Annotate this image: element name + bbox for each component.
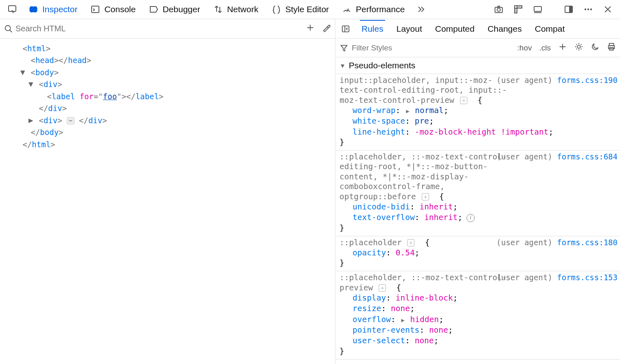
dom-node-div-1-close[interactable]: ▶ </div> — [3, 102, 332, 114]
sidebar-toggle-button[interactable] — [335, 24, 356, 33]
dom-node-label[interactable]: ▶ <label for="foo"></label> — [3, 91, 332, 102]
css-rule[interactable]: (user agent) forms.css:153::placeholder,… — [335, 271, 620, 359]
svg-point-4 — [497, 8, 500, 11]
css-declaration[interactable]: word-wrap: ▶ normal; — [353, 105, 616, 116]
css-declaration[interactable]: resize: none; — [353, 303, 616, 314]
rule-source[interactable]: (user agent) forms.css:153 — [497, 273, 618, 282]
html-search-bar — [0, 19, 335, 39]
css-rule[interactable]: (user agent) forms.css:684::placeholder,… — [335, 150, 620, 236]
close-icon — [603, 4, 613, 14]
svg-rect-9 — [569, 6, 572, 13]
responsive-icon — [533, 4, 543, 14]
css-declaration[interactable]: pointer-events: none; — [353, 325, 616, 336]
search-icon — [4, 24, 13, 33]
print-simulation-button[interactable] — [607, 42, 616, 53]
sidebar-header: Rules Layout Computed Changes Compat — [335, 19, 620, 39]
markup-panel: ▶ <html> ▶ <head></head> ▼ <body> ▼ <div… — [0, 19, 335, 364]
rule-close-brace: } — [340, 258, 616, 268]
meatball-icon — [583, 4, 593, 14]
filter-icon — [340, 44, 348, 52]
dock-icon — [564, 4, 574, 14]
screenshot-button[interactable] — [490, 2, 508, 17]
selector-highlighter-icon[interactable] — [460, 97, 467, 104]
dark-scheme-button[interactable] — [591, 42, 600, 53]
sidebar-tab-changes[interactable]: Changes — [486, 21, 524, 37]
dom-tree[interactable]: ▶ <html> ▶ <head></head> ▼ <body> ▼ <div… — [0, 39, 335, 364]
tab-label: Console — [104, 4, 136, 14]
selector-highlighter-icon[interactable] — [379, 284, 386, 292]
svg-point-10 — [585, 9, 586, 10]
responsive-design-button[interactable] — [529, 2, 547, 17]
dom-node-html-close[interactable]: ▶ </html> — [3, 139, 332, 150]
dom-node-body[interactable]: ▼ <body> — [3, 67, 332, 78]
tab-label: Performance — [356, 4, 405, 14]
add-rule-button[interactable] — [558, 42, 567, 53]
pick-element-button[interactable] — [3, 2, 21, 17]
style-editor-icon — [272, 4, 281, 14]
selector-highlighter-icon[interactable] — [422, 193, 429, 201]
pseudo-elements-header[interactable]: ▼ Pseudo-elements — [335, 57, 620, 74]
tab-inspector[interactable]: Inspector — [23, 2, 83, 17]
rule-source[interactable]: (user agent) forms.css:180 — [497, 238, 618, 247]
sidebar-tab-layout[interactable]: Layout — [395, 21, 424, 37]
selector-highlighter-icon[interactable] — [407, 239, 414, 246]
sidebar-tab-rules[interactable]: Rules — [360, 20, 385, 37]
rule-close-brace: } — [340, 223, 616, 233]
rule-source[interactable]: (user agent) forms.css:190 — [497, 76, 618, 85]
twisty-icon[interactable]: ▼ — [20, 66, 26, 78]
close-devtools-button[interactable] — [599, 2, 617, 17]
dom-node-div-1[interactable]: ▼ <div> — [3, 78, 332, 90]
sidebar-tab-computed[interactable]: Computed — [434, 21, 476, 37]
tab-label: Network — [227, 4, 259, 14]
eyedropper-button[interactable] — [322, 23, 331, 34]
twisty-icon: ▼ — [340, 62, 346, 69]
css-declaration[interactable]: overflow: ▶ hidden; — [353, 314, 616, 325]
dom-node-head[interactable]: ▶ <head></head> — [3, 54, 332, 66]
pick-element-icon — [7, 4, 17, 14]
svg-rect-14 — [342, 26, 349, 32]
rule-source[interactable]: (user agent) forms.css:684 — [497, 152, 618, 161]
css-declaration[interactable]: user-select: none; — [353, 336, 616, 346]
rules-list[interactable]: (user agent) forms.css:190input::placeho… — [335, 74, 620, 364]
eyedropper-icon — [322, 23, 331, 32]
sidebar-toggle-icon — [341, 24, 350, 33]
rulers-button[interactable] — [509, 2, 527, 17]
tab-console[interactable]: Console — [85, 2, 141, 17]
pseudo-hov-button[interactable]: :hov — [517, 44, 532, 52]
html-search-input[interactable] — [15, 24, 302, 33]
ellipsis-badge[interactable]: ⋯ — [67, 117, 74, 124]
info-icon[interactable] — [467, 214, 475, 222]
twisty-icon[interactable]: ▶ — [28, 114, 34, 126]
tab-debugger[interactable]: Debugger — [143, 2, 206, 17]
add-node-button[interactable] — [306, 23, 315, 34]
light-scheme-button[interactable] — [574, 42, 583, 53]
print-icon — [607, 42, 616, 51]
dom-node-div-2[interactable]: ▶ <div> ⋯ </div> — [3, 115, 332, 126]
styles-filter-input[interactable] — [352, 44, 513, 52]
svg-rect-7 — [534, 7, 541, 11]
twisty-icon[interactable]: ▼ — [28, 78, 34, 90]
css-declaration[interactable]: opacity: 0.54; — [353, 248, 616, 258]
css-declaration[interactable]: display: inline-block; — [353, 293, 616, 303]
tab-style-editor[interactable]: Style Editor — [266, 2, 335, 17]
devtools-menu-button[interactable] — [579, 2, 597, 17]
css-declaration[interactable]: white-space: pre; — [353, 116, 616, 126]
css-rule[interactable]: (user agent) forms.css:190input::placeho… — [335, 74, 620, 150]
css-declaration[interactable]: line-height: -moz-block-height !importan… — [353, 127, 616, 137]
css-rule[interactable]: (user agent) forms.css:180::placeholder … — [335, 236, 620, 272]
tab-network[interactable]: Network — [208, 2, 264, 17]
sidebar-tab-compat[interactable]: Compat — [533, 21, 567, 37]
cls-button[interactable]: .cls — [539, 44, 551, 52]
css-declaration[interactable]: unicode-bidi: inherit; — [353, 202, 616, 212]
svg-point-11 — [587, 9, 589, 10]
dom-node-body-close[interactable]: ▶ </body> — [3, 126, 332, 138]
css-declaration[interactable]: text-overflow: inherit; — [353, 212, 616, 223]
dom-node-html[interactable]: ▶ <html> — [3, 43, 332, 54]
network-icon — [213, 4, 223, 14]
svg-point-15 — [577, 45, 580, 48]
rules-panel: Rules Layout Computed Changes Compat :ho… — [335, 19, 620, 364]
dock-mode-button[interactable] — [560, 2, 578, 17]
tab-performance[interactable]: Performance — [336, 2, 410, 17]
tabs-overflow-button[interactable] — [412, 2, 430, 17]
styles-filter-bar: :hov .cls — [335, 39, 620, 57]
